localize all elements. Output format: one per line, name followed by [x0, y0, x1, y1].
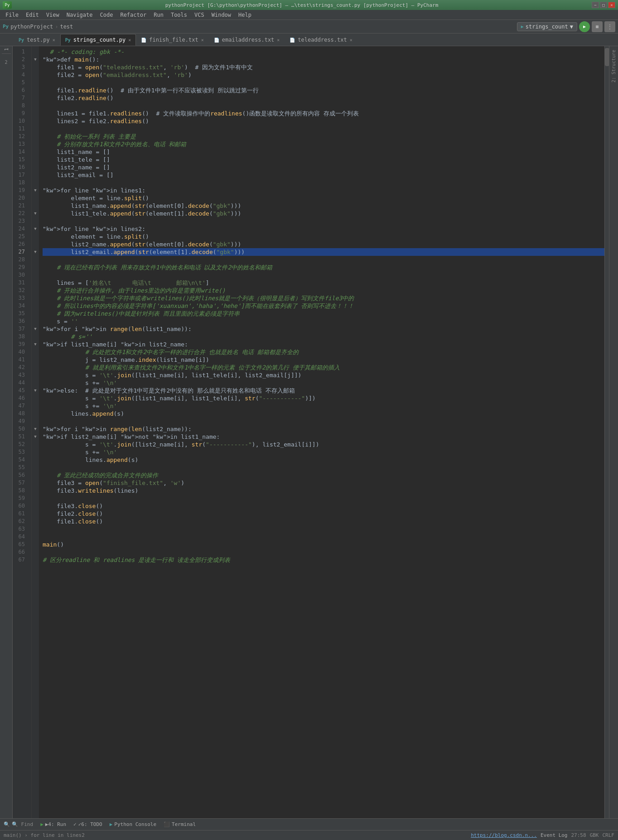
menu-item-navigate[interactable]: Navigate	[63, 11, 97, 19]
line-number-64: 64	[13, 533, 28, 541]
gutter-mark-33	[32, 294, 39, 302]
menu-item-run[interactable]: Run	[150, 11, 167, 19]
test-label[interactable]: test	[60, 24, 73, 30]
code-line-18	[43, 179, 604, 187]
code-line-56: # 至此已经成功的完成合并文件的操作	[43, 471, 604, 479]
gutter-mark-57	[32, 479, 39, 487]
code-line-36: s = ''	[43, 317, 604, 325]
titlebar-icon: Py	[3, 1, 12, 9]
config-dropdown-icon[interactable]: ▼	[570, 24, 573, 30]
line-number-26: 26	[13, 240, 28, 248]
code-line-13: # 分别存放文件1和文件2中的姓名、电话 和邮箱	[43, 140, 604, 148]
gutter-mark-63	[32, 525, 39, 533]
tab-test-py[interactable]: Pytest.py×	[14, 34, 60, 46]
encoding-indicator[interactable]: GBK	[590, 832, 599, 838]
status-url[interactable]: https://blog.csdn.n...	[471, 832, 537, 838]
gutter-mark-34	[32, 302, 39, 310]
tab-label-2: finish_file.txt	[149, 37, 198, 43]
menu-item-code[interactable]: Code	[97, 11, 117, 19]
gutter: ▼▼▼▼▼▼▼▼▼▼	[32, 46, 39, 818]
gutter-mark-2[interactable]: ▼	[32, 56, 39, 63]
line-number-24: 24	[13, 225, 28, 233]
menu-item-vcs[interactable]: VCS	[191, 11, 208, 19]
gutter-mark-20	[32, 194, 39, 202]
menu-item-file[interactable]: File	[2, 11, 22, 19]
code-line-31: lines = ['姓名\t 电话\t 邮箱\n\t']	[43, 279, 604, 287]
code-line-26: list2_name.append(str(element[0].decode(…	[43, 240, 604, 248]
line-number-65: 65	[13, 541, 28, 548]
gutter-mark-39[interactable]: ▼	[32, 341, 39, 348]
gutter-mark-4	[32, 71, 39, 79]
gutter-mark-8	[32, 102, 39, 110]
line-number-25: 25	[13, 233, 28, 240]
tab-close-4[interactable]: ×	[350, 38, 352, 43]
code-line-40: # 此处把文件1和文件2中名字一样的进行合并 也就是姓名 电话 邮箱都是齐全的	[43, 348, 604, 356]
gutter-mark-51[interactable]: ▼	[32, 433, 39, 441]
gutter-mark-37[interactable]: ▼	[32, 325, 39, 333]
gutter-mark-50[interactable]: ▼	[32, 425, 39, 433]
console-label: Python Console	[114, 821, 156, 827]
sidebar-project-icon[interactable]: 1	[2, 48, 11, 51]
tab-close-3[interactable]: ×	[277, 38, 280, 43]
terminal-button[interactable]: ⬛ Terminal	[164, 821, 196, 827]
code-line-63	[43, 525, 604, 533]
tab-emailaddress-txt[interactable]: 📄emailaddress.txt×	[209, 34, 285, 46]
gutter-mark-21	[32, 202, 39, 210]
tab-close-0[interactable]: ×	[53, 38, 55, 43]
python-console-button[interactable]: ▶ Python Console	[110, 821, 156, 827]
menu-item-help[interactable]: Help	[235, 11, 255, 19]
gutter-mark-24[interactable]: ▼	[32, 225, 39, 233]
scrollbar[interactable]	[604, 46, 609, 818]
line-separator-indicator[interactable]: CRLF	[603, 832, 615, 838]
gutter-mark-41	[32, 356, 39, 364]
project-label[interactable]: pythonProject	[10, 24, 53, 30]
gutter-mark-58	[32, 487, 39, 494]
gutter-mark-45[interactable]: ▼	[32, 387, 39, 394]
tab-finish_file-txt[interactable]: 📄finish_file.txt×	[136, 34, 208, 46]
code-content[interactable]: # -*- coding: gbk -*-"kw">def main(): fi…	[39, 46, 604, 818]
event-log-button[interactable]: Event Log	[541, 832, 568, 838]
gutter-mark-22[interactable]: ▼	[32, 210, 39, 217]
gutter-mark-9	[32, 110, 39, 117]
run-panel-label: ▶4: Run	[45, 821, 66, 827]
tab-label-0: test.py	[27, 37, 50, 43]
run-panel-button[interactable]: ▶ ▶4: Run	[40, 821, 66, 827]
run-button[interactable]: ▶	[579, 21, 590, 32]
code-line-15: list1_tele = []	[43, 156, 604, 163]
code-line-23	[43, 217, 604, 225]
run-config[interactable]: ▶ strings_count ▼	[517, 22, 577, 31]
code-line-38: # s=''	[43, 333, 604, 341]
menu-item-edit[interactable]: Edit	[22, 11, 43, 19]
maximize-button[interactable]: □	[600, 2, 607, 8]
line-number-40: 40	[13, 348, 28, 356]
line-number-4: 4	[13, 71, 28, 79]
gutter-mark-27[interactable]: ▼	[32, 248, 39, 256]
menu-item-tools[interactable]: Tools	[167, 11, 191, 19]
tab-strings_count-py[interactable]: Pystrings_count.py×	[60, 34, 136, 46]
code-line-65: main()	[43, 541, 604, 548]
stop-button[interactable]: ■	[592, 21, 603, 32]
menu-item-window[interactable]: Window	[208, 11, 235, 19]
tab-teleaddress-txt[interactable]: 📄teleaddress.txt×	[285, 34, 357, 46]
minimize-button[interactable]: −	[592, 2, 599, 8]
line-number-51: 51	[13, 433, 28, 441]
gutter-mark-19[interactable]: ▼	[32, 187, 39, 194]
more-button[interactable]: ⋮	[604, 21, 615, 32]
gutter-mark-36	[32, 317, 39, 325]
menu-item-view[interactable]: View	[43, 11, 63, 19]
todo-button[interactable]: ✓ ✓6: TODO	[73, 821, 102, 827]
line-number-67: 67	[13, 556, 28, 564]
menu-item-refactor[interactable]: Refactor	[116, 11, 150, 19]
sidebar-structure-icon[interactable]: 2	[1, 57, 12, 67]
tab-close-1[interactable]: ×	[128, 38, 131, 43]
structure-panel-label[interactable]: 2: Structure	[611, 50, 616, 82]
tab-close-2[interactable]: ×	[201, 38, 204, 43]
gutter-mark-35	[32, 310, 39, 317]
code-line-32: # 开始进行合并操作, 由于lines里边的内容是需要用write()	[43, 287, 604, 294]
code-line-25: element = line.split()	[43, 233, 604, 240]
gutter-mark-23	[32, 217, 39, 225]
find-button[interactable]: 🔍 🔍 Find	[4, 821, 33, 827]
code-line-46: s = '\t'.join([list1_name[i], list1_tele…	[43, 394, 604, 402]
status-footer: main() › for line in lines2 https://blog…	[0, 830, 618, 840]
close-button[interactable]: ✕	[608, 2, 615, 8]
